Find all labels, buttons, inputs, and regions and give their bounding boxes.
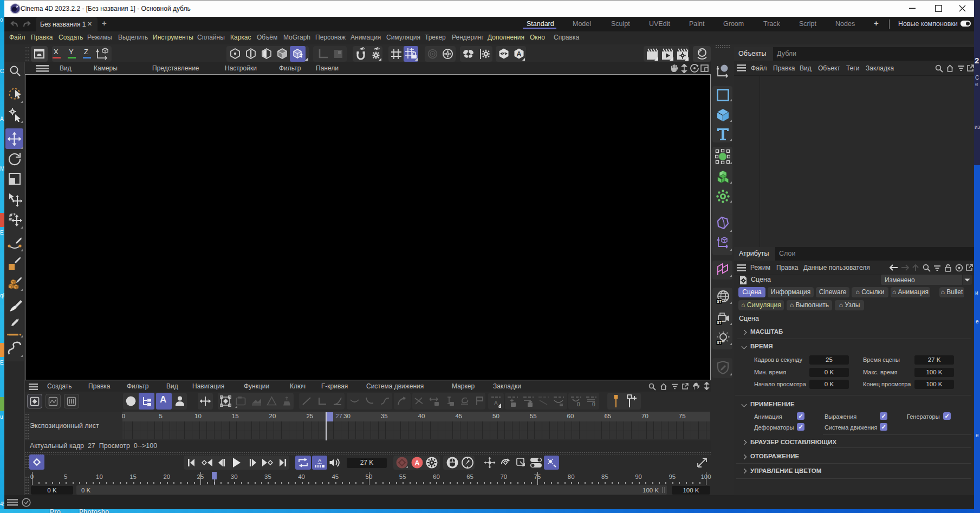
svg-text:ST: ST [717,341,721,345]
svg-text:ST: ST [717,300,721,303]
svg-text:A: A [516,50,522,58]
svg-text:0: 0 [592,401,595,407]
svg-text:A: A [494,400,498,406]
svg-text:A: A [318,458,321,463]
svg-text:ST: ST [717,321,721,324]
svg-text:A: A [414,459,420,467]
svg-text:0: 0 [577,401,580,407]
